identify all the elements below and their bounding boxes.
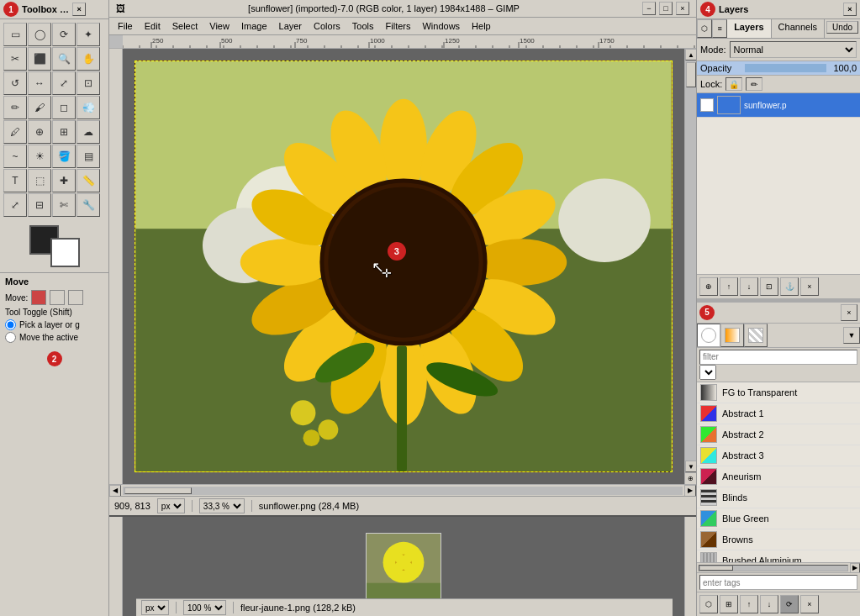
canvas-image[interactable]: ↖ ✛ 3 (135, 61, 673, 472)
second-canvas-area[interactable]: px 100 % fleur-jaune-1.png (128,2 kB) (123, 517, 684, 616)
undo-btn[interactable]: Undo (825, 19, 860, 38)
tool-paintbrush[interactable]: 🖌 (28, 96, 51, 119)
menu-image[interactable]: Image (236, 19, 272, 33)
panel-tab-icon1[interactable]: ⬡ (697, 19, 712, 38)
pattern-abstract1[interactable]: Abstract 1 (697, 403, 860, 424)
tool-dodge[interactable]: ☀ (28, 145, 51, 168)
bp-btn-refresh[interactable]: ⟳ (780, 595, 799, 613)
bp-btn-1[interactable]: ⬡ (699, 595, 718, 613)
pat-tab-gradient[interactable] (720, 324, 744, 347)
scroll-corner[interactable]: ⊕ (685, 472, 696, 484)
lower-layer-btn[interactable]: ↓ (740, 277, 758, 296)
tool-transform[interactable]: 🔧 (77, 193, 100, 217)
pattern-aneurism[interactable]: Aneurism (697, 466, 860, 487)
menu-select[interactable]: Select (167, 19, 203, 33)
bp-btn-2[interactable]: ⊞ (720, 595, 738, 613)
tool-blur[interactable]: ☁ (77, 120, 100, 144)
pattern-browns[interactable]: Browns (697, 529, 860, 550)
minimize-button[interactable]: − (642, 2, 656, 15)
new-layer-btn[interactable]: ⊕ (699, 277, 718, 296)
patterns-scrollbar[interactable]: ▶ (697, 562, 860, 572)
bp-btn-4[interactable]: ↓ (760, 595, 778, 613)
bp-btn-delete[interactable]: × (800, 595, 819, 613)
menu-edit[interactable]: Edit (140, 19, 166, 33)
patterns-scroll-thumb[interactable] (699, 566, 733, 571)
tool-ink[interactable]: 🖊 (3, 120, 27, 144)
layers-panel-close[interactable]: × (843, 3, 857, 16)
tab-layers[interactable]: Layers (727, 19, 771, 38)
menu-windows[interactable]: Windows (417, 19, 465, 33)
tool-fg-select[interactable]: ⬛ (28, 47, 51, 71)
pick-layer-radio[interactable] (5, 319, 16, 330)
background-color[interactable] (50, 238, 80, 267)
tool-eraser[interactable]: ◻ (52, 96, 76, 119)
patterns-close[interactable]: × (841, 304, 857, 321)
layer-item[interactable]: 👁 sunflower.p (697, 93, 860, 118)
lock-alpha-btn[interactable]: 🔒 (725, 77, 742, 91)
tool-align[interactable]: ⊟ (28, 193, 51, 217)
tool-scissors[interactable]: ✂ (3, 47, 27, 71)
lock-draw-btn[interactable]: ✏ (746, 77, 762, 91)
menu-layer[interactable]: Layer (274, 19, 308, 33)
tool-rect-select[interactable]: ▭ (3, 23, 27, 46)
tool-rotate[interactable]: ↺ (3, 71, 27, 95)
patterns-scroll-track[interactable] (699, 565, 848, 571)
tool-crop[interactable]: ✄ (52, 193, 76, 217)
second-unit-select[interactable]: px (141, 600, 169, 615)
layer-visibility-toggle[interactable]: 👁 (700, 98, 714, 112)
tool-airbrush[interactable]: 💨 (77, 96, 100, 119)
mode-select[interactable]: Normal (730, 41, 857, 58)
tool-perspective[interactable]: ⊡ (77, 71, 100, 95)
duplicate-layer-btn[interactable]: ⊡ (760, 277, 778, 296)
tool-shear[interactable]: ⤢ (52, 71, 76, 95)
tool-color-picker[interactable]: ✚ (52, 169, 76, 192)
close-button[interactable]: × (676, 2, 689, 15)
menu-tools[interactable]: Tools (347, 19, 379, 33)
menu-help[interactable]: Help (467, 19, 496, 33)
pattern-blue-green[interactable]: Blue Green (697, 508, 860, 529)
tool-path[interactable]: ⬚ (28, 169, 51, 192)
move-active-radio[interactable] (5, 332, 16, 343)
tool-pencil[interactable]: ✏ (3, 96, 27, 119)
layers-list[interactable]: 👁 sunflower.p (697, 93, 860, 275)
menu-view[interactable]: View (204, 19, 235, 33)
tool-bucket[interactable]: 🪣 (52, 145, 76, 168)
scroll-down-button[interactable]: ▼ (685, 461, 696, 472)
unit-select[interactable]: px (157, 498, 185, 513)
tool-heal[interactable]: ⊞ (52, 120, 76, 144)
right-scrollbar[interactable]: ▲ ▼ ⊕ (684, 49, 696, 484)
patterns-scroll-right[interactable]: ▶ (850, 563, 860, 573)
menu-filters[interactable]: Filters (381, 19, 416, 33)
scroll-left-button[interactable]: ◀ (109, 485, 121, 497)
tool-clone[interactable]: ⊕ (28, 120, 51, 144)
bottom-scrollbar[interactable]: ◀ ▶ (109, 484, 696, 496)
tool-fuzzy[interactable]: ✦ (77, 23, 100, 46)
tool-zoom[interactable]: 🔍 (52, 47, 76, 71)
pick-layer-row[interactable]: Pick a layer or g (5, 319, 103, 330)
tool-text[interactable]: T (3, 169, 27, 192)
pattern-fg-transparent[interactable]: FG to Transparent (697, 382, 860, 403)
scroll-right-button[interactable]: ▶ (684, 485, 696, 497)
pattern-blinds[interactable]: Blinds (697, 487, 860, 508)
delete-layer-btn[interactable]: × (800, 277, 819, 296)
scroll-track-horizontal[interactable] (123, 487, 683, 495)
tool-lasso[interactable]: ⟳ (52, 23, 76, 46)
menu-colors[interactable]: Colors (309, 19, 346, 33)
opacity-slider[interactable] (745, 64, 826, 72)
zoom-select[interactable]: 33,3 % (199, 498, 245, 513)
scroll-thumb-horizontal[interactable] (124, 487, 192, 494)
tool-ellipse-select[interactable]: ◯ (28, 23, 51, 46)
scroll-thumb-vertical[interactable] (686, 62, 696, 87)
canvas-container[interactable]: ↖ ✛ 3 (123, 49, 684, 484)
menu-file[interactable]: File (113, 19, 138, 33)
panel-tab-icon2[interactable]: ≡ (712, 19, 727, 38)
patterns-list[interactable]: FG to Transparent Abstract 1 Abstract 2 … (697, 382, 860, 563)
scroll-up-button[interactable]: ▲ (685, 49, 696, 61)
tags-input[interactable] (699, 575, 857, 590)
toolbox-close[interactable]: × (72, 3, 86, 16)
tool-scale[interactable]: ↔ (28, 71, 51, 95)
tool-blend[interactable]: ▤ (77, 145, 100, 168)
pattern-brushed-aluminium[interactable]: Brushed Aluminium (697, 550, 860, 563)
bp-btn-3[interactable]: ↑ (740, 595, 758, 613)
raise-layer-btn[interactable]: ↑ (720, 277, 738, 296)
